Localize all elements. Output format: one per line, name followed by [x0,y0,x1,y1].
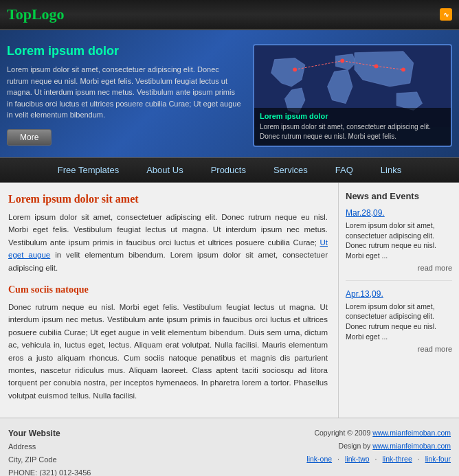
main-content: Lorem ipsum dolor sit amet Lorem ipsum d… [0,183,339,418]
nav-products[interactable]: Products [208,163,249,177]
footer-link-2[interactable]: link-two [345,453,370,466]
nav-links[interactable]: Links [377,163,405,177]
nav-services[interactable]: Services [270,163,311,177]
news-text-2: Lorem ipsum dolor sit amet, consectetuer… [346,302,452,342]
footer-left: Your Website Address City, ZIP Code PHON… [8,427,91,476]
news-item-1: Mar.28,09. Lorem ipsum dolor sit amet, c… [346,208,452,281]
more-button[interactable]: More [7,129,52,146]
banner-text: Lorem ipsum dolor Lorem ipsum dolor sit … [7,44,243,147]
news-item-2: Apr.13,09. Lorem ipsum dolor sit amet, c… [346,289,452,361]
navigation: Free Templates About Us Products Service… [0,157,459,183]
section2-title: Cum sociis natoque [8,284,328,295]
news-date-2[interactable]: Apr.13,09. [346,289,452,299]
map-caption-title: Lorem ipsum dolor [260,112,445,120]
svg-point-4 [293,67,297,71]
nav-about-us[interactable]: About Us [143,163,186,177]
footer-address2: City, ZIP Code [8,455,57,464]
svg-point-7 [401,67,405,71]
footer-link-3[interactable]: link-three [383,453,412,466]
news-date-1[interactable]: Mar.28,09. [346,208,452,218]
footer-copyright-link[interactable]: www.mianfeimoban.com [372,429,451,437]
footer-link-1[interactable]: link-one [306,453,332,466]
read-more-1[interactable]: read more [346,264,452,272]
footer-design: Design by www.mianfeimoban.com [339,442,451,450]
banner-title: Lorem ipsum dolor [7,44,243,58]
footer-copyright: Copyright © 2009 www.mianfeimoban.com [314,429,451,437]
svg-point-5 [340,59,344,63]
banner-body: Lorem ipsum dolor sit amet, consectetuer… [7,64,243,121]
header: TopLogo ∿ [0,0,459,30]
nav-free-templates[interactable]: Free Templates [54,163,122,177]
banner: Lorem ipsum dolor Lorem ipsum dolor sit … [0,30,459,157]
svg-point-6 [374,64,379,68]
rss-icon[interactable]: ∿ [440,8,452,21]
footer-design-link[interactable]: www.mianfeimoban.com [372,442,451,450]
map-container: Lorem ipsum dolor Lorem ipsum dolor sit … [253,44,452,147]
read-more-2[interactable]: read more [346,345,452,353]
footer-site-name: Your Website [8,429,60,438]
footer-phone: PHONE: (321) 012-3456 [8,468,91,476]
logo: TopLogo [7,5,65,23]
section1-paragraph: Lorem ipsum dolor sit amet, consectetuer… [8,211,328,274]
news-text-1: Lorem ipsum dolor sit amet, consectetuer… [346,220,452,261]
map-caption: Lorem ipsum dolor Lorem ipsum dolor sit … [254,108,451,146]
section1-title: Lorem ipsum dolor sit amet [8,193,328,205]
footer-address1: Address [8,442,36,451]
sidebar-title: News and Events [346,191,452,201]
section1-link[interactable]: Ut eget augue [8,238,328,259]
footer-right: Copyright © 2009 www.mianfeimoban.com De… [306,427,451,476]
footer-link-4[interactable]: link-four [425,453,451,466]
content-area: Lorem ipsum dolor sit amet Lorem ipsum d… [0,183,459,418]
nav-faq[interactable]: FAQ [332,163,357,177]
footer-links: link-one · link-two · link-three · link-… [306,453,451,466]
sidebar: News and Events Mar.28,09. Lorem ipsum d… [339,183,459,418]
footer: Your Website Address City, ZIP Code PHON… [0,418,459,476]
section2-paragraph: Donec rutrum neque eu nisl. Morbi eget f… [8,301,328,402]
map-caption-text: Lorem ipsum dolor sit amet, consectetuer… [260,122,445,141]
